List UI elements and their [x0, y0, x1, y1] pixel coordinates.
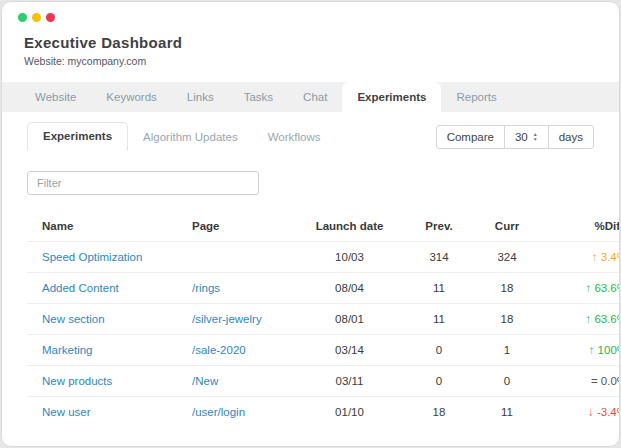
- prev-value-cell: 18: [405, 397, 473, 428]
- subtab-workflows[interactable]: Workflows: [253, 124, 336, 151]
- curr-value-cell: 324: [473, 242, 541, 273]
- experiment-name-link[interactable]: New products: [42, 375, 112, 387]
- diff-value: ↑ 63.6%: [585, 282, 620, 294]
- experiment-name-link[interactable]: New section: [42, 313, 105, 325]
- column-header-page: Page: [188, 211, 294, 242]
- curr-value-cell: 11: [473, 397, 541, 428]
- table-header-row: NamePageLaunch datePrev.Curr%Diff.: [27, 211, 620, 242]
- sub-tab-bar: ExperimentsAlgorithm UpdatesWorkflows: [27, 122, 335, 151]
- diff-value: ↓ -3.4%: [588, 406, 620, 418]
- curr-value-cell: 0: [473, 366, 541, 397]
- page-link[interactable]: /sale-2020: [192, 344, 246, 356]
- experiment-name-link[interactable]: Speed Optimization: [42, 251, 142, 263]
- tab-tasks[interactable]: Tasks: [229, 82, 288, 112]
- prev-value-cell: 0: [405, 366, 473, 397]
- column-header-curr: Curr: [473, 211, 541, 242]
- curr-value-cell: 18: [473, 304, 541, 335]
- experiments-table: NamePageLaunch datePrev.Curr%Diff. Speed…: [27, 211, 620, 427]
- window-control-yellow-icon[interactable]: [32, 13, 41, 22]
- launch-date-cell: 03/14: [294, 335, 405, 366]
- diff-value: ↑ 3.4%: [592, 251, 620, 263]
- window-control-red-icon[interactable]: [46, 13, 55, 22]
- prev-value-cell: 314: [405, 242, 473, 273]
- app-window: Executive Dashboard Website: mycompany.c…: [1, 1, 620, 447]
- launch-date-cell: 10/03: [294, 242, 405, 273]
- compare-days-value: 30: [515, 131, 528, 143]
- page-link[interactable]: /silver-jewelry: [192, 313, 262, 325]
- experiments-panel: ExperimentsAlgorithm UpdatesWorkflows Co…: [2, 112, 619, 427]
- subtab-row: ExperimentsAlgorithm UpdatesWorkflows Co…: [27, 122, 594, 151]
- prev-value-cell: 11: [405, 304, 473, 335]
- stepper-arrows-icon: ▲▼: [533, 132, 538, 142]
- experiment-name-link[interactable]: Added Content: [42, 282, 119, 294]
- table-row: Speed Optimization10/03314324↑ 3.4%: [27, 242, 620, 273]
- subtab-experiments[interactable]: Experiments: [27, 122, 128, 151]
- column-header-prev-: Prev.: [405, 211, 473, 242]
- prev-value-cell: 11: [405, 273, 473, 304]
- tab-links[interactable]: Links: [172, 82, 229, 112]
- tab-experiments[interactable]: Experiments: [342, 82, 441, 112]
- tab-reports[interactable]: Reports: [441, 82, 511, 112]
- tab-website[interactable]: Website: [20, 82, 91, 112]
- window-control-green-icon[interactable]: [18, 13, 27, 22]
- diff-value: = 0.0%: [591, 375, 620, 387]
- compare-unit-label: days: [548, 126, 593, 148]
- page-link[interactable]: /rings: [192, 282, 220, 294]
- curr-value-cell: 1: [473, 335, 541, 366]
- diff-value: ↑ 63.6%: [585, 313, 620, 325]
- filter-input[interactable]: [27, 171, 259, 195]
- diff-value: ↑ 100%: [589, 344, 620, 356]
- compare-label: Compare: [437, 126, 504, 148]
- compare-control: Compare 30 ▲▼ days: [436, 125, 594, 149]
- page-link[interactable]: /New: [192, 375, 218, 387]
- table-row: Added Content/rings08/041118↑ 63.6%: [27, 273, 620, 304]
- column-header-name: Name: [27, 211, 188, 242]
- tab-chat[interactable]: Chat: [288, 82, 342, 112]
- column-header--diff-: %Diff.: [541, 211, 620, 242]
- page-title: Executive Dashboard: [24, 34, 619, 51]
- experiment-name-link[interactable]: Marketing: [42, 344, 93, 356]
- launch-date-cell: 08/01: [294, 304, 405, 335]
- column-header-launch-date: Launch date: [294, 211, 405, 242]
- launch-date-cell: 01/10: [294, 397, 405, 428]
- curr-value-cell: 18: [473, 273, 541, 304]
- compare-days-select[interactable]: 30 ▲▼: [504, 126, 548, 148]
- main-tab-bar: WebsiteKeywordsLinksTasksChatExperiments…: [2, 82, 619, 112]
- launch-date-cell: 03/11: [294, 366, 405, 397]
- table-row: New section/silver-jewelry08/011118↑ 63.…: [27, 304, 620, 335]
- page-link[interactable]: /user/login: [192, 406, 245, 418]
- tab-keywords[interactable]: Keywords: [91, 82, 172, 112]
- subtab-algorithm-updates[interactable]: Algorithm Updates: [128, 124, 253, 151]
- website-subtitle: Website: mycompany.com: [24, 55, 619, 67]
- table-row: Marketing/sale-202003/1401↑ 100%: [27, 335, 620, 366]
- prev-value-cell: 0: [405, 335, 473, 366]
- experiment-name-link[interactable]: New user: [42, 406, 91, 418]
- launch-date-cell: 08/04: [294, 273, 405, 304]
- window-controls: [18, 13, 55, 22]
- table-row: New products/New03/1100= 0.0%: [27, 366, 620, 397]
- table-row: New user/user/login01/101811↓ -3.4%: [27, 397, 620, 428]
